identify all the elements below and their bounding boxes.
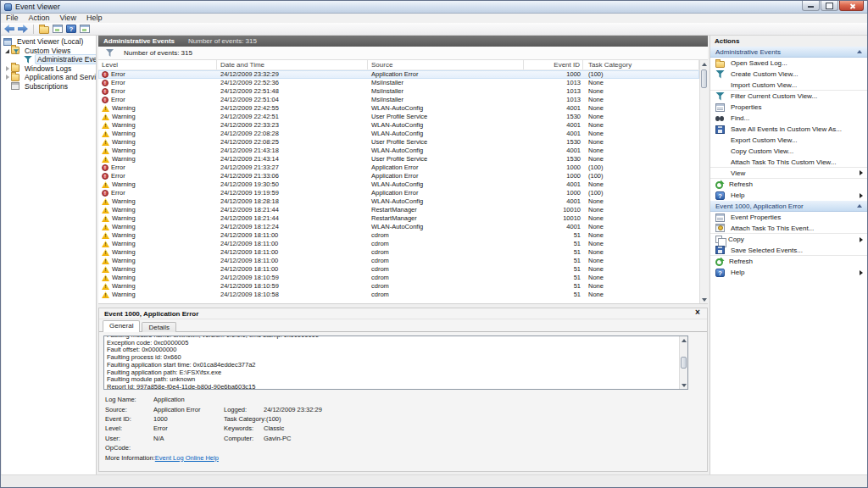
close-preview-icon[interactable]: [693, 309, 702, 318]
minimize-button[interactable]: [802, 1, 820, 11]
action-attach-task-to-this-custom-view[interactable]: Attach Task To This Custom View...: [710, 157, 868, 168]
submenu-arrow-icon: [860, 170, 863, 175]
event-id: 51: [524, 282, 583, 291]
event-id: 1000: [524, 164, 583, 172]
column-header-event-id[interactable]: Event ID: [524, 60, 583, 69]
event-row[interactable]: Error24/12/2009 19:19:59Application Erro…: [98, 189, 699, 197]
event-row[interactable]: Warning24/12/2009 18:11:00cdrom51None: [98, 240, 699, 248]
event-row[interactable]: Warning24/12/2009 22:42:51User Profile S…: [98, 113, 699, 121]
event-row[interactable]: Error24/12/2009 22:51:48MsiInstaller1013…: [98, 87, 699, 96]
closed-expander-icon[interactable]: [3, 64, 11, 73]
action-refresh[interactable]: Refresh: [710, 256, 868, 267]
event-row[interactable]: Error24/12/2009 22:51:04MsiInstaller1013…: [98, 96, 699, 104]
event-row[interactable]: Warning24/12/2009 19:30:50WLAN-AutoConfi…: [98, 180, 699, 189]
closed-expander-icon[interactable]: [3, 73, 11, 81]
event-row[interactable]: Warning24/12/2009 22:08:25User Profile S…: [98, 138, 699, 147]
event-row[interactable]: Warning24/12/2009 18:21:44RestartManager…: [98, 214, 699, 223]
action-create-custom-view[interactable]: Create Custom View...: [710, 69, 868, 80]
event-row[interactable]: Warning24/12/2009 18:12:24WLAN-AutoConfi…: [98, 223, 699, 231]
column-header-source[interactable]: Source: [368, 60, 524, 69]
action-help[interactable]: Help: [710, 190, 868, 201]
actions-section-header[interactable]: Administrative Events: [710, 47, 868, 58]
show-action-pane-icon[interactable]: [80, 25, 90, 33]
event-row[interactable]: Error24/12/2009 22:52:36MsiInstaller1013…: [98, 79, 699, 87]
help-icon[interactable]: [66, 25, 76, 33]
event-row[interactable]: Warning24/12/2009 18:10:59cdrom51None: [98, 282, 699, 291]
event-log-online-help-link[interactable]: Event Log Online Help: [155, 454, 225, 462]
event-row[interactable]: Warning24/12/2009 18:10:58cdrom51None: [98, 291, 699, 299]
event-row[interactable]: Warning24/12/2009 22:42:55WLAN-AutoConfi…: [98, 104, 699, 113]
event-row[interactable]: Warning24/12/2009 21:43:18WLAN-AutoConfi…: [98, 147, 699, 155]
action-copy-custom-view[interactable]: Copy Custom View...: [710, 146, 868, 157]
event-source: WLAN-AutoConfig: [368, 121, 524, 130]
event-row[interactable]: Warning24/12/2009 18:11:00cdrom51None: [98, 257, 699, 265]
open-log-icon[interactable]: [39, 26, 49, 34]
scroll-up-icon[interactable]: [700, 60, 708, 69]
column-header-task-category[interactable]: Task Category: [583, 60, 699, 69]
menu-help[interactable]: Help: [81, 14, 108, 23]
action-event-properties[interactable]: Event Properties: [710, 212, 868, 223]
scrollbar-thumb[interactable]: [701, 69, 707, 88]
column-header-date-and-time[interactable]: Date and Time: [217, 60, 368, 69]
event-row[interactable]: Warning24/12/2009 21:43:14User Profile S…: [98, 155, 699, 164]
event-description-box[interactable]: Faulting module name: unknown, version: …: [103, 336, 688, 390]
properties-icon: [715, 214, 725, 222]
console-window-icon[interactable]: [53, 25, 63, 33]
restore-button[interactable]: [821, 1, 838, 11]
tab-details[interactable]: Details: [142, 322, 175, 332]
action-attach-task-to-this-event[interactable]: Attach Task To This Event...: [710, 223, 868, 234]
column-header-level[interactable]: Level: [98, 60, 217, 69]
scroll-down-icon[interactable]: [680, 380, 687, 389]
action-save-selected-events[interactable]: Save Selected Events...: [710, 245, 868, 256]
menu-action[interactable]: Action: [24, 14, 55, 23]
tree-item-subscriptions[interactable]: Subscriptions: [2, 82, 96, 92]
open-expander-icon[interactable]: [3, 47, 11, 55]
action-label: Copy: [728, 236, 744, 243]
action-label: Save All Events in Custom View As...: [731, 125, 842, 133]
tab-general[interactable]: General: [103, 320, 140, 332]
description-scrollbar[interactable]: [679, 336, 687, 389]
event-row[interactable]: Warning24/12/2009 22:33:23WLAN-AutoConfi…: [98, 121, 699, 130]
collapse-section-icon[interactable]: [856, 48, 863, 55]
event-row[interactable]: Warning24/12/2009 22:08:28WLAN-AutoConfi…: [98, 130, 699, 138]
action-filter-current-custom-view[interactable]: Filter Current Custom View...: [710, 91, 868, 102]
event-source: MsiInstaller: [368, 87, 524, 96]
event-row[interactable]: Error24/12/2009 21:33:27Application Erro…: [98, 164, 699, 172]
scroll-down-icon[interactable]: [700, 295, 708, 303]
event-row[interactable]: Error24/12/2009 21:33:06Application Erro…: [98, 172, 699, 180]
forward-icon[interactable]: [18, 25, 28, 33]
event-row[interactable]: Warning24/12/2009 18:11:00cdrom51None: [98, 265, 699, 274]
event-level-cell: Warning: [98, 248, 217, 257]
event-row[interactable]: Error24/12/2009 23:32:29Application Erro…: [98, 70, 699, 79]
event-row[interactable]: Warning24/12/2009 18:11:00cdrom51None: [98, 231, 699, 240]
event-task-category: (100): [583, 189, 699, 197]
detail-field-row: Event ID:1000Task Category:(100): [99, 414, 707, 424]
action-properties[interactable]: Properties: [710, 102, 868, 113]
action-export-custom-view[interactable]: Export Custom View...: [710, 135, 868, 146]
event-id: 1000: [524, 70, 583, 79]
action-save-all-events-in-custom-view-as[interactable]: Save All Events in Custom View As...: [710, 124, 868, 135]
event-row[interactable]: Warning24/12/2009 18:21:44RestartManager…: [98, 206, 699, 214]
event-row[interactable]: Warning24/12/2009 18:10:59cdrom51None: [98, 274, 699, 282]
actions-section-header[interactable]: Event 1000, Application Error: [710, 201, 868, 212]
event-row[interactable]: Warning24/12/2009 18:11:00cdrom51None: [98, 248, 699, 257]
back-icon[interactable]: [4, 25, 14, 33]
close-button[interactable]: [839, 1, 864, 11]
action-find[interactable]: Find...: [710, 113, 868, 124]
action-refresh[interactable]: Refresh: [710, 179, 868, 190]
events-vertical-scrollbar[interactable]: [699, 60, 708, 303]
scrollbar-thumb[interactable]: [681, 357, 687, 369]
action-open-saved-log[interactable]: Open Saved Log...: [710, 58, 868, 69]
warning-icon: [102, 291, 109, 298]
title-bar[interactable]: Event Viewer: [1, 1, 867, 14]
action-help[interactable]: Help: [710, 267, 868, 278]
event-date: 24/12/2009 18:11:00: [217, 257, 368, 265]
action-copy[interactable]: Copy: [710, 234, 868, 245]
scroll-up-icon[interactable]: [680, 336, 687, 345]
collapse-section-icon[interactable]: [856, 202, 863, 209]
action-view[interactable]: View: [710, 168, 868, 179]
event-row[interactable]: Warning24/12/2009 18:28:18WLAN-AutoConfi…: [98, 197, 699, 206]
action-import-custom-view[interactable]: Import Custom View...: [710, 80, 868, 91]
menu-view[interactable]: View: [55, 14, 81, 23]
menu-file[interactable]: File: [1, 14, 24, 23]
